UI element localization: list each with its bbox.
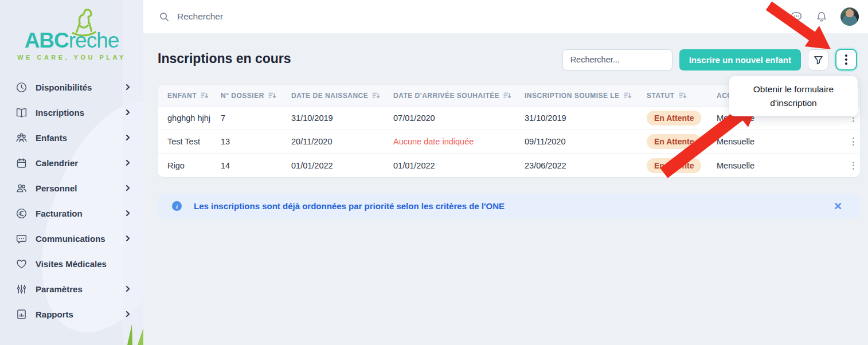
- chevron-right-icon: [125, 84, 131, 90]
- status-badge: En Attente: [647, 111, 701, 126]
- column-label: INSCRIPTION SOUMISE LE: [525, 92, 620, 100]
- column-label: STATUT: [647, 92, 675, 100]
- column-header-naissance: DATE DE NAISSANCE: [291, 92, 393, 100]
- cell-enfant: Test Test: [167, 137, 221, 146]
- sidebar-item-label: Paramètres: [36, 284, 125, 294]
- sidebar-item-label: Inscriptions: [36, 108, 125, 117]
- kebab-dot: [845, 58, 847, 61]
- cell-dossier: 13: [221, 137, 291, 146]
- sidebar-item-facturation[interactable]: Facturation: [0, 201, 143, 226]
- sidebar-item-inscriptions[interactable]: Inscriptions: [0, 100, 143, 125]
- user-avatar[interactable]: [840, 7, 859, 26]
- chevron-right-icon: [125, 236, 131, 241]
- sort-icon[interactable]: [503, 92, 511, 99]
- status-badge: En Attente: [647, 134, 701, 149]
- sort-icon[interactable]: [372, 92, 380, 99]
- cell-arrivee: 01/01/2022: [393, 161, 525, 170]
- sidebar-item-disponibilites[interactable]: Disponibilités: [0, 75, 143, 100]
- column-label: N° DOSSIER: [221, 92, 264, 100]
- messages-icon[interactable]: [790, 10, 803, 23]
- people-icon: [15, 182, 28, 194]
- brand-logo: ABCreche WE CARE, YOU PLAY: [0, 0, 143, 64]
- cell-enfant: ghghgh hjhj: [167, 113, 221, 123]
- column-header-statut: STATUT: [647, 92, 717, 100]
- funnel-icon: [814, 55, 823, 65]
- info-icon: i: [172, 201, 182, 211]
- euro-icon: [15, 207, 28, 219]
- sliders-icon: [15, 283, 28, 295]
- sidebar-item-label: Visites Médicales: [36, 259, 131, 269]
- calendar-icon: [15, 157, 28, 169]
- sidebar-item-enfants[interactable]: Enfants: [0, 125, 143, 150]
- sort-icon[interactable]: [679, 92, 687, 99]
- column-label: DATE D'ARRIVÉE SOUHAITÉE: [393, 92, 499, 100]
- table-search-input[interactable]: [562, 49, 672, 70]
- column-header-enfant: ENFANT: [167, 92, 221, 100]
- filter-button[interactable]: [808, 49, 828, 70]
- cell-dossier: 14: [221, 161, 291, 170]
- brand-name-bold: ABC: [25, 29, 69, 52]
- cell-accueil: Mensuelle: [717, 137, 847, 146]
- sidebar-item-label: Enfants: [36, 133, 125, 143]
- book-icon: [15, 107, 28, 119]
- menu-item-get-registration-form[interactable]: Obtenir le formulaire d'inscription: [737, 83, 850, 110]
- table-row: Rigo 14 01/01/2022 01/01/2022 23/06/2022…: [158, 154, 860, 177]
- heart-icon: [15, 258, 28, 270]
- notifications-bell-icon[interactable]: [815, 10, 828, 23]
- row-actions-button[interactable]: [847, 162, 859, 170]
- sidebar: ABCreche WE CARE, YOU PLAY Disponibilité…: [0, 0, 143, 345]
- brand-name: ABCreche: [0, 29, 143, 53]
- chevron-right-icon: [125, 286, 131, 292]
- sidebar-item-label: Disponibilités: [36, 83, 125, 92]
- sort-icon[interactable]: [624, 92, 632, 99]
- page-title: Inscriptions en cours: [158, 51, 291, 66]
- cell-naissance: 01/01/2022: [291, 161, 393, 170]
- info-banner: i Les inscriptions sont déjà ordonnées p…: [158, 194, 860, 218]
- more-actions-button[interactable]: [835, 49, 857, 70]
- sidebar-item-communications[interactable]: Communications: [0, 226, 143, 251]
- topbar-icons: [790, 7, 868, 26]
- main-content: Inscriptions en cours Inscrire un nouvel…: [143, 33, 868, 345]
- topbar: [143, 0, 868, 33]
- cell-naissance: 31/10/2019: [291, 113, 393, 123]
- sort-icon[interactable]: [201, 92, 209, 99]
- sidebar-item-rapports[interactable]: Rapports: [0, 301, 143, 327]
- cell-soumise: 09/11/2020: [525, 137, 647, 146]
- chat-icon: [15, 233, 28, 245]
- column-label: DATE DE NAISSANCE: [291, 92, 368, 100]
- chevron-right-icon: [125, 135, 131, 140]
- chevron-right-icon: [125, 109, 131, 115]
- sidebar-nav: Disponibilités Inscriptions Enfants Cale…: [0, 75, 143, 327]
- sort-icon[interactable]: [268, 92, 276, 99]
- page-toolbar: Inscrire un nouvel enfant: [562, 49, 857, 70]
- kebab-dot: [845, 54, 847, 57]
- sidebar-item-label: Calendrier: [36, 158, 125, 168]
- column-header-dossier: N° DOSSIER: [221, 92, 291, 100]
- column-label: ENFANT: [167, 92, 197, 100]
- info-banner-text: Les inscriptions sont déjà ordonnées par…: [194, 201, 834, 211]
- sidebar-item-parametres[interactable]: Paramètres: [0, 276, 143, 301]
- cell-enfant: Rigo: [167, 161, 221, 170]
- cell-soumise: 23/06/2022: [525, 161, 647, 170]
- sidebar-item-personnel[interactable]: Personnel: [0, 175, 143, 201]
- sidebar-item-label: Facturation: [36, 209, 125, 218]
- sidebar-item-label: Personnel: [36, 183, 125, 193]
- status-badge: En Attente: [647, 158, 701, 173]
- table-row: Test Test 13 20/11/2020 Aucune date indi…: [158, 130, 860, 154]
- row-actions-button[interactable]: [847, 138, 859, 146]
- sidebar-item-visites-medicales[interactable]: Visites Médicales: [0, 251, 143, 276]
- sidebar-item-calendrier[interactable]: Calendrier: [0, 150, 143, 175]
- cell-arrivee: 07/01/2020: [393, 113, 525, 123]
- cell-arrivee-missing: Aucune date indiquée: [393, 137, 525, 146]
- brand-name-light: reche: [69, 29, 119, 52]
- register-new-child-button[interactable]: Inscrire un nouvel enfant: [679, 49, 801, 70]
- cell-statut: En Attente: [647, 111, 717, 126]
- chevron-right-icon: [125, 210, 131, 216]
- column-header-soumise: INSCRIPTION SOUMISE LE: [525, 92, 647, 100]
- global-search-input[interactable]: [177, 11, 349, 22]
- sidebar-item-label: Communications: [36, 234, 125, 244]
- global-search: [143, 11, 790, 22]
- brand-tagline: WE CARE, YOU PLAY: [0, 54, 143, 61]
- close-icon[interactable]: ✕: [834, 200, 842, 213]
- grass-decoration: [125, 314, 143, 345]
